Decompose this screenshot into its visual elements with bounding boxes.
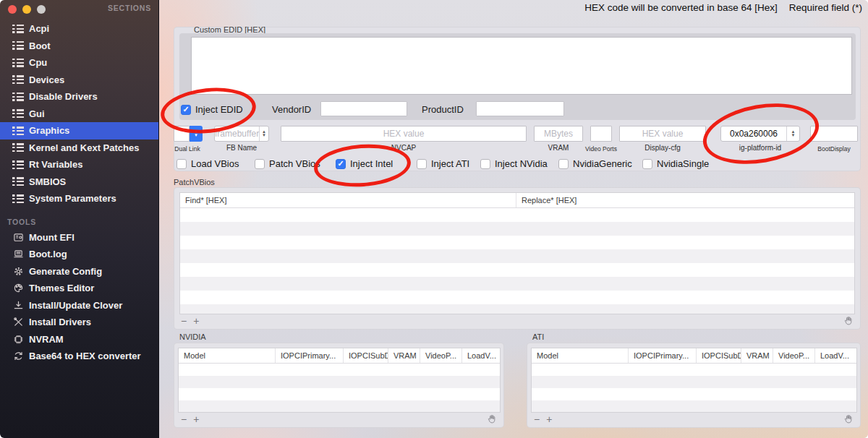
sidebar-item-acpi[interactable]: Acpi <box>0 20 158 38</box>
list-icon <box>12 93 24 101</box>
check-icon: ✓ <box>182 106 189 113</box>
add-row-button[interactable]: + <box>546 414 552 424</box>
sections-list: AcpiBootCpuDevicesDisable DriversGuiGrap… <box>0 20 158 207</box>
list-icon <box>12 41 24 50</box>
nvidiasingle-checkbox[interactable]: ✓NvidiaSingle <box>642 158 709 169</box>
column-header-model[interactable]: Model <box>532 348 629 363</box>
dual-link-stepper[interactable]: ▲▼ <box>190 126 203 142</box>
remove-row-button[interactable]: − <box>181 316 187 326</box>
column-header-vram[interactable]: VRAM <box>388 348 420 363</box>
product-id-label: ProductID <box>422 104 464 115</box>
sidebar-item-themes-editor[interactable]: Themes Editor <box>0 280 158 297</box>
vram-field[interactable] <box>534 126 583 142</box>
ig-platform-id-label: ig-platform-id <box>720 144 800 152</box>
add-row-button[interactable]: + <box>193 414 199 424</box>
nvcap-label: NVCAP <box>281 144 527 152</box>
list-icon <box>12 25 24 33</box>
column-header-replace-hex[interactable]: Replace* [HEX] <box>516 193 854 207</box>
fb-name-stepper[interactable]: ▲▼ <box>259 126 268 141</box>
patch-vbios-label: PatchVBios <box>174 178 215 186</box>
patch-vbios-tablebox: Find* [HEX]Replace* [HEX] − + <box>174 187 861 330</box>
sidebar-item-nvram[interactable]: NVRAM <box>0 331 158 348</box>
remove-row-button[interactable]: − <box>181 414 187 424</box>
sidebar-item-install-drivers[interactable]: Install Drivers <box>0 314 158 331</box>
sidebar-item-mount-efi[interactable]: Mount EFI <box>0 229 158 246</box>
patch-vbios-checkbox[interactable]: ✓Patch VBios <box>255 158 320 169</box>
vendor-id-field[interactable] <box>320 101 407 116</box>
list-icon <box>12 126 24 135</box>
column-header-videop[interactable]: VideoP... <box>773 348 815 363</box>
sidebar-item-graphics[interactable]: Graphics <box>0 122 158 139</box>
column-header-model[interactable]: Model <box>179 348 276 363</box>
drag-handle-icon[interactable] <box>487 414 497 424</box>
sidebar-item-system-parameters[interactable]: System Parameters <box>0 190 158 207</box>
column-header-find-hex[interactable]: Find* [HEX] <box>180 193 516 207</box>
sidebar-item-boot[interactable]: Boot <box>0 38 158 55</box>
sidebar-item-cpu[interactable]: Cpu <box>0 54 158 72</box>
ig-platform-id-combo[interactable]: 0x0a260006 ▲▼ <box>720 126 800 142</box>
sidebar-item-generate-config[interactable]: Generate Config <box>0 263 158 280</box>
nvidia-table-bar: − + <box>174 411 503 427</box>
zoom-window-icon[interactable] <box>37 5 46 14</box>
tools-list: Mount EFIBoot.logGenerate ConfigThemes E… <box>0 229 158 365</box>
ati-table-header: ModelIOPCIPrimary...IOPCISubD...VRAMVide… <box>532 348 856 364</box>
sidebar-item-rt-variables[interactable]: Rt Variables <box>0 156 158 173</box>
sidebar-item-gui[interactable]: Gui <box>0 106 158 123</box>
fb-name-label: FB Name <box>214 144 269 152</box>
sidebar-item-disable-drivers[interactable]: Disable Drivers <box>0 88 158 106</box>
nvidia-table[interactable]: ModelIOPCIPrimary...IOPCISubD...VRAMVide… <box>178 348 501 413</box>
column-header-iopciprimary[interactable]: IOPCIPrimary... <box>629 348 697 363</box>
inject-nvidia-checkbox[interactable]: ✓Inject NVidia <box>480 158 548 169</box>
ati-table[interactable]: ModelIOPCIPrimary...IOPCISubD...VRAMVide… <box>531 348 857 413</box>
column-header-loadv[interactable]: LoadV... <box>462 348 500 363</box>
remove-row-button[interactable]: − <box>534 414 540 424</box>
video-ports-field[interactable] <box>590 126 612 142</box>
header-note: HEX code will be converted in base 64 [H… <box>584 2 862 13</box>
patch-vbios-table-bar: − + <box>174 313 860 329</box>
sections-header: SECTIONS <box>108 4 151 12</box>
drag-handle-icon[interactable] <box>843 414 854 424</box>
checkbox-box: ✓ <box>417 159 427 169</box>
dual-link-field[interactable] <box>174 126 190 142</box>
custom-edid-textarea[interactable] <box>191 37 852 95</box>
vram-label: VRAM <box>534 144 583 152</box>
nvidia-tablebox: ModelIOPCIPrimary...IOPCISubD...VRAMVide… <box>174 343 504 428</box>
column-header-loadv[interactable]: LoadV... <box>815 348 856 363</box>
display-cfg-field[interactable] <box>619 126 706 142</box>
column-header-videop[interactable]: VideoP... <box>420 348 462 363</box>
sidebar-item-boot-log[interactable]: Boot.log <box>0 246 158 263</box>
minimize-window-icon[interactable] <box>22 5 31 14</box>
patch-vbios-table-body[interactable] <box>180 208 854 314</box>
sidebar-item-smbios[interactable]: SMBIOS <box>0 173 158 191</box>
inject-edid-checkbox[interactable]: ✓ Inject EDID <box>181 104 243 115</box>
nvidia-table-body[interactable] <box>179 364 500 412</box>
checkbox-box: ✓ <box>558 159 569 169</box>
drag-handle-icon[interactable] <box>843 316 854 326</box>
fb-name-combo[interactable]: framebuffer ▲▼ <box>214 126 269 142</box>
patch-vbios-table[interactable]: Find* [HEX]Replace* [HEX] <box>179 192 855 314</box>
sidebar-item-devices[interactable]: Devices <box>0 72 158 89</box>
add-row-button[interactable]: + <box>193 316 199 326</box>
inject-intel-checkbox[interactable]: ✓Inject Intel <box>336 158 393 169</box>
sidebar-item-base64-to-hex-converter[interactable]: Base64 to HEX converter <box>0 348 158 365</box>
list-icon <box>12 109 24 118</box>
dual-link-label: Dual Link <box>165 145 210 153</box>
boot-display-field[interactable] <box>810 126 858 142</box>
column-header-iopcisubd[interactable]: IOPCISubD... <box>344 348 388 363</box>
product-id-field[interactable] <box>476 101 564 116</box>
nvcap-field[interactable] <box>281 126 527 142</box>
sidebar-item-kernel-and-kext-patches[interactable]: Kernel and Kext Patches <box>0 139 158 157</box>
ati-table-body[interactable] <box>532 364 856 412</box>
column-header-vram[interactable]: VRAM <box>741 348 773 363</box>
close-window-icon[interactable] <box>8 5 17 14</box>
display-cfg-label: Display-cfg <box>619 144 706 152</box>
column-header-iopcisubd[interactable]: IOPCISubD... <box>697 348 741 363</box>
column-header-iopciprimary[interactable]: IOPCIPrimary... <box>276 348 344 363</box>
load-vbios-checkbox[interactable]: ✓Load VBios <box>176 158 239 169</box>
sidebar-item-install-update-clover[interactable]: Install/Update Clover <box>0 297 158 314</box>
nvidiageneric-checkbox[interactable]: ✓NvidiaGeneric <box>558 158 632 169</box>
nvidia-table-header: ModelIOPCIPrimary...IOPCISubD...VRAMVide… <box>179 348 500 364</box>
inject-ati-checkbox[interactable]: ✓Inject ATI <box>417 158 469 169</box>
ig-platform-id-stepper[interactable]: ▲▼ <box>786 126 799 141</box>
inject-edid-label: Inject EDID <box>195 104 243 115</box>
